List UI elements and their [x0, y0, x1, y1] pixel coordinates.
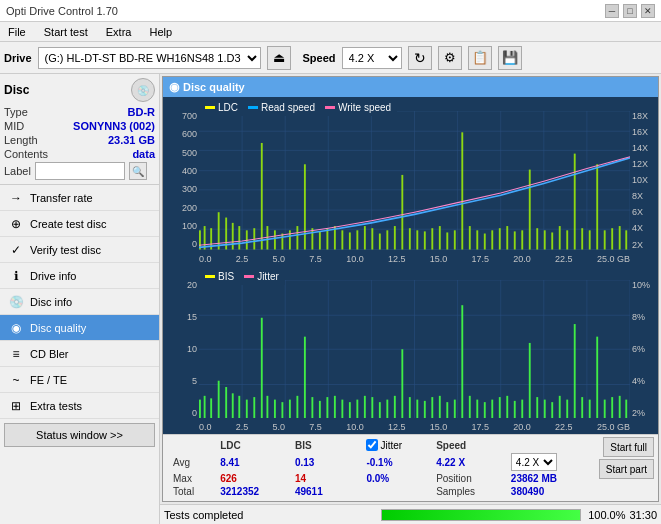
stats-total-row: Total 3212352 49611 Samples 380490 [169, 486, 591, 497]
refresh-button[interactable]: ↻ [408, 46, 432, 70]
action-buttons: Start full Start part [599, 437, 654, 479]
avg-ldc: 8.41 [216, 453, 289, 471]
chart1-legend: LDC Read speed Write speed [199, 99, 397, 116]
copy-button[interactable]: 📋 [468, 46, 492, 70]
max-label: Max [169, 473, 214, 484]
svg-rect-102 [266, 395, 268, 418]
menu-start-test[interactable]: Start test [40, 26, 92, 38]
svg-rect-33 [304, 164, 306, 249]
label-key: Label [4, 165, 31, 177]
minimize-button[interactable]: ─ [605, 4, 619, 18]
nav-disc-quality[interactable]: ◉ Disc quality [0, 315, 159, 341]
nav-disc-info[interactable]: 💿 Disc info [0, 289, 159, 315]
jitter-checkbox[interactable] [366, 439, 378, 451]
svg-rect-63 [529, 170, 531, 250]
nav-items: → Transfer rate ⊕ Create test disc ✓ Ver… [0, 185, 159, 419]
max-jitter: 0.0% [362, 473, 430, 484]
menu-bar: File Start test Extra Help [0, 22, 661, 42]
position-label: Position [432, 473, 505, 484]
svg-rect-24 [238, 226, 240, 249]
menu-extra[interactable]: Extra [102, 26, 136, 38]
svg-rect-71 [589, 230, 591, 249]
avg-jitter: -0.1% [362, 453, 430, 471]
chart2-container: BIS Jitter 20 15 10 5 0 [163, 266, 658, 435]
svg-rect-128 [461, 305, 463, 418]
svg-rect-143 [574, 324, 576, 418]
svg-rect-111 [334, 395, 336, 418]
chart2-svg [199, 280, 630, 419]
create-test-disc-icon: ⊕ [8, 216, 24, 232]
eject-button[interactable]: ⏏ [267, 46, 291, 70]
speed-value-select[interactable]: 4.2 X [511, 453, 557, 471]
nav-transfer-rate[interactable]: → Transfer rate [0, 185, 159, 211]
svg-rect-35 [319, 231, 321, 249]
svg-rect-112 [341, 399, 343, 418]
bottom-status-bar: Tests completed 100.0% 31:30 [160, 504, 661, 524]
label-input[interactable] [35, 162, 125, 180]
title-bar: Opti Drive Control 1.70 ─ □ ✕ [0, 0, 661, 22]
cd-bler-icon: ≡ [8, 346, 24, 362]
svg-rect-136 [521, 399, 523, 418]
nav-create-test-disc[interactable]: ⊕ Create test disc [0, 211, 159, 237]
menu-help[interactable]: Help [145, 26, 176, 38]
svg-rect-46 [401, 175, 403, 250]
svg-rect-55 [469, 226, 471, 249]
chart2-y-axis-right: 10% 8% 6% 4% 2% [630, 280, 658, 419]
main-area: Disc 💿 Type BD-R MID SONYNN3 (002) Lengt… [0, 74, 661, 524]
drive-select[interactable]: (G:) HL-DT-ST BD-RE WH16NS48 1.D3 [38, 47, 261, 69]
svg-rect-23 [232, 223, 234, 250]
chart1-svg [199, 111, 630, 250]
svg-rect-110 [326, 397, 328, 418]
svg-rect-105 [289, 399, 291, 418]
speed-label: Speed [303, 52, 336, 64]
svg-rect-60 [506, 226, 508, 249]
svg-rect-113 [349, 402, 351, 418]
svg-rect-106 [296, 395, 298, 418]
maximize-button[interactable]: □ [623, 4, 637, 18]
extra-tests-icon: ⊞ [8, 398, 24, 414]
svg-rect-69 [574, 154, 576, 250]
start-part-button[interactable]: Start part [599, 459, 654, 479]
svg-rect-50 [431, 228, 433, 249]
speed-select[interactable]: 4.2 X [342, 47, 402, 69]
length-label: Length [4, 134, 38, 146]
save-button[interactable]: 💾 [498, 46, 522, 70]
charts-area: LDC Read speed Write speed 700 [163, 97, 658, 434]
menu-file[interactable]: File [4, 26, 30, 38]
start-full-button[interactable]: Start full [603, 437, 654, 457]
nav-extra-tests[interactable]: ⊞ Extra tests [0, 393, 159, 419]
svg-rect-127 [454, 399, 456, 418]
disc-quality-title: Disc quality [183, 81, 245, 93]
progress-text: 100.0% [585, 509, 625, 521]
label-search-button[interactable]: 🔍 [129, 162, 147, 180]
svg-rect-150 [625, 399, 627, 418]
label-row: Label 🔍 [4, 162, 155, 180]
nav-drive-info[interactable]: ℹ Drive info [0, 263, 159, 289]
status-window-button[interactable]: Status window >> [4, 423, 155, 447]
drive-label: Drive [4, 52, 32, 64]
svg-rect-99 [246, 399, 248, 418]
svg-rect-93 [204, 395, 206, 418]
nav-cd-bler[interactable]: ≡ CD Bler [0, 341, 159, 367]
svg-rect-100 [253, 397, 255, 418]
fe-te-icon: ~ [8, 372, 24, 388]
avg-speed: 4.22 X [432, 453, 505, 471]
chart2-legend: BIS Jitter [199, 268, 285, 285]
chart1-y-axis-left: 700 600 500 400 300 200 100 0 [163, 111, 199, 250]
status-text: Tests completed [164, 509, 377, 521]
settings-button[interactable]: ⚙ [438, 46, 462, 70]
stats-bar: LDC BIS Jitter Speed [163, 434, 658, 501]
nav-fe-te[interactable]: ~ FE / TE [0, 367, 159, 393]
nav-drive-info-label: Drive info [30, 270, 76, 282]
svg-rect-120 [401, 349, 403, 418]
nav-verify-test-disc[interactable]: ✓ Verify test disc [0, 237, 159, 263]
progress-bar-container [381, 509, 581, 521]
jitter-checkbox-label[interactable]: Jitter [366, 439, 426, 451]
samples-label: Samples [432, 486, 505, 497]
total-ldc: 3212352 [216, 486, 289, 497]
svg-rect-130 [476, 399, 478, 418]
title-controls: ─ □ ✕ [605, 4, 655, 18]
jitter-label: Jitter [380, 440, 402, 451]
close-button[interactable]: ✕ [641, 4, 655, 18]
title-text: Opti Drive Control 1.70 [6, 5, 118, 17]
